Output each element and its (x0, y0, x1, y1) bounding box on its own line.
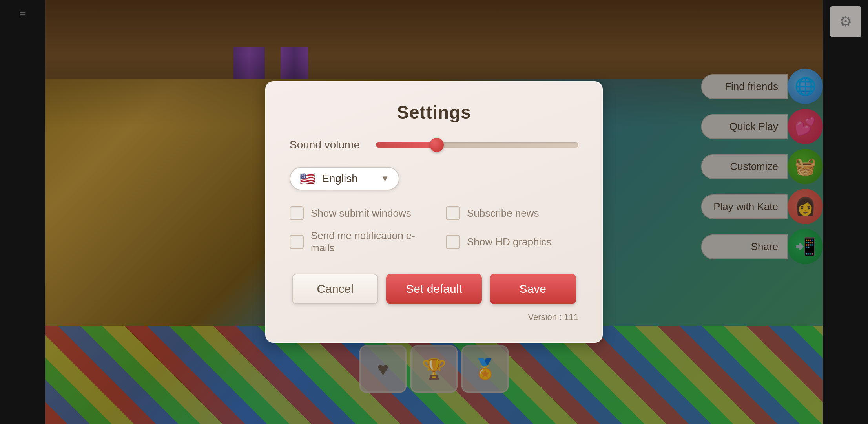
checkbox-label-show-hd-graphics: Show HD graphics (467, 236, 551, 248)
set-default-button[interactable]: Set default (386, 274, 481, 304)
volume-fill (376, 142, 437, 148)
save-button[interactable]: Save (490, 274, 576, 304)
checkbox-label-subscribe-news: Subscribe news (467, 207, 539, 219)
flag-icon: 🇺🇸 (300, 172, 315, 185)
language-row: 🇺🇸 English ▼ (290, 167, 578, 190)
modal-overlay: Settings Sound volume 🇺🇸 English ▼ (0, 0, 868, 424)
volume-track (376, 142, 578, 148)
checkbox-show-hd-graphics[interactable]: Show HD graphics (446, 230, 578, 254)
checkbox-box-show-hd-graphics[interactable] (446, 235, 460, 249)
volume-row: Sound volume (290, 139, 578, 151)
volume-thumb[interactable] (430, 138, 444, 152)
action-buttons: Cancel Set default Save (290, 274, 578, 304)
settings-dialog: Settings Sound volume 🇺🇸 English ▼ (265, 81, 603, 343)
volume-slider-container[interactable] (376, 139, 578, 151)
checkbox-subscribe-news[interactable]: Subscribe news (446, 206, 578, 220)
checkbox-show-submit-windows[interactable]: Show submit windows (290, 206, 422, 220)
checkboxes-grid: Show submit windows Subscribe news Send … (290, 206, 578, 254)
checkbox-send-notification-emails[interactable]: Send me notification e-mails (290, 230, 422, 254)
checkbox-box-show-submit-windows[interactable] (290, 206, 304, 220)
checkbox-label-send-notification-emails: Send me notification e-mails (311, 230, 422, 254)
language-dropdown[interactable]: 🇺🇸 English ▼ (290, 167, 399, 190)
checkbox-box-send-notification-emails[interactable] (290, 235, 304, 249)
dropdown-arrow-icon: ▼ (381, 174, 389, 184)
checkbox-box-subscribe-news[interactable] (446, 206, 460, 220)
checkbox-label-show-submit-windows: Show submit windows (311, 207, 411, 219)
settings-title: Settings (290, 102, 578, 123)
version-text: Version : 111 (290, 312, 578, 322)
volume-label: Sound volume (290, 139, 364, 151)
language-text: English (322, 172, 374, 185)
cancel-button[interactable]: Cancel (292, 274, 378, 304)
